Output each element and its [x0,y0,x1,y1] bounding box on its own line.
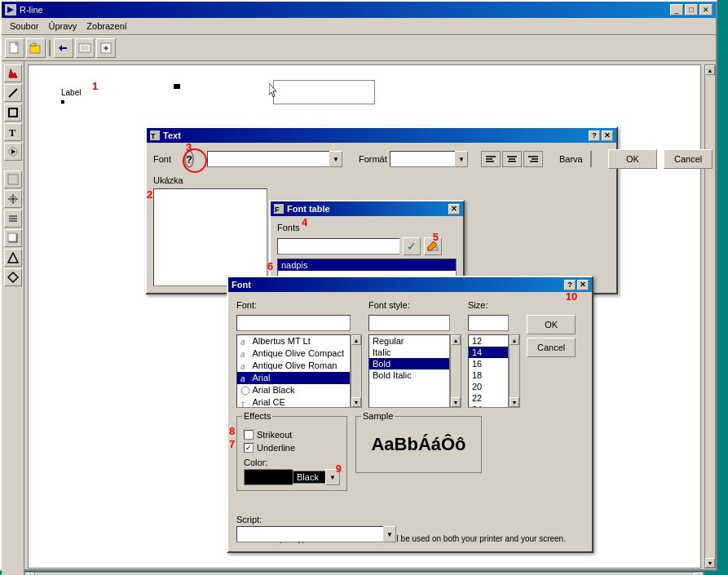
text-dialog-close[interactable]: ✕ [602,130,613,141]
toolbar-btn3[interactable] [54,38,73,58]
size-scrollbar[interactable]: ▲ ▼ [509,334,520,408]
style-scrollbar[interactable]: ▲ ▼ [450,334,461,408]
toolbar-open-btn[interactable] [26,38,46,58]
minimize-button[interactable]: _ [670,4,683,15]
bottom-scrollbar[interactable]: ◄ ► [24,572,704,575]
text-cancel-btn[interactable]: Cancel [664,149,713,169]
font-ok-btn[interactable]: OK [527,315,576,334]
menu-zobrazeni[interactable]: Zobrazení [82,20,132,33]
menu-bar: Soubor Úpravy Zobrazení [2,18,716,35]
left-btn-text[interactable]: T [4,123,22,141]
font-item-arial-black[interactable]: Arial Black [237,384,350,396]
style-bold[interactable]: Bold [369,358,449,369]
font-listbox[interactable]: a Albertus MT Lt a Antique Olive Compact… [236,334,351,408]
underline-row: ✓ Underline 7 [244,443,340,453]
canvas-dot [61,100,64,104]
canvas-input-field[interactable] [273,80,375,104]
script-section: Script: Central European ▼ [236,515,477,542]
font-list-item-nadpis[interactable]: nadpis [278,259,456,271]
font-item-antique-roman[interactable]: a Antique Olive Roman [237,360,350,372]
fonts-label: Fonts [277,223,300,232]
font-item-antique-compact[interactable]: a Antique Olive Compact [237,347,350,360]
text-dialog-title: T Text ? ✕ [147,128,616,143]
font-item-albertus[interactable]: a Albertus MT Lt [237,335,350,347]
svg-rect-4 [81,46,89,51]
left-btn-run[interactable] [4,143,22,161]
toolbar-new-btn[interactable] [5,38,24,58]
size-input[interactable]: 14 [468,315,509,331]
font-table-check-btn[interactable]: ✓ [403,237,421,255]
script-input[interactable]: Central European [236,526,383,542]
format-combo-arrow[interactable]: ▼ [455,151,468,167]
font-scroll-down[interactable]: ▼ [351,397,361,407]
font-item-arial[interactable]: a Arial [237,372,350,384]
style-regular[interactable]: Regular [369,335,449,347]
size-18[interactable]: 18 [469,369,508,381]
size-24[interactable]: 24 [469,404,508,408]
style-bold-italic[interactable]: Bold Italic [369,369,449,381]
left-btn-6[interactable] [4,190,22,208]
size-16[interactable]: 16 [469,358,508,369]
menu-soubor[interactable]: Soubor [5,20,43,33]
svg-text:a: a [240,374,245,383]
svg-point-40 [241,387,249,395]
maximize-button[interactable]: □ [685,4,698,15]
left-btn-10[interactable] [4,268,22,286]
style-input[interactable]: Bold [368,315,450,331]
font-scroll-up[interactable]: ▲ [351,335,361,345]
svg-text:F: F [275,206,280,214]
font-item-arial-ce[interactable]: T Arial CE [237,396,350,408]
menu-upravy[interactable]: Úpravy [43,20,82,33]
underline-checkbox[interactable]: ✓ [244,443,254,453]
close-button[interactable]: ✕ [699,4,713,15]
left-btn-8[interactable] [4,229,22,247]
size-14[interactable]: 14 [469,347,508,358]
format-combo[interactable]: None ▼ [390,151,468,167]
font-cancel-btn[interactable]: Cancel [527,338,576,357]
text-dialog-help[interactable]: ? [589,130,600,141]
badge-7: 7 [229,438,235,450]
font-name-input[interactable]: Arial [236,315,351,331]
toolbar-btn4[interactable] [75,38,95,58]
align-right-btn[interactable] [523,151,543,167]
scroll-down[interactable]: ▼ [705,558,715,568]
left-btn-7[interactable] [4,210,22,228]
font-table-input[interactable]: nadpis [277,238,399,254]
color-field-label: Color: [244,458,340,467]
size-20[interactable]: 20 [469,381,508,392]
font-dialog-close[interactable]: ✕ [577,280,589,290]
strikeout-label: Strikeout [257,430,292,440]
size-22[interactable]: 22 [469,392,508,404]
text-ok-btn[interactable]: OK [608,149,657,169]
align-left-btn[interactable] [481,151,501,167]
size-listbox[interactable]: 12 14 16 18 20 22 24 [468,334,509,408]
toolbar-btn5[interactable] [96,38,116,58]
script-combo-arrow[interactable]: ▼ [383,526,396,542]
underline-label: Underline [257,443,295,453]
color-dropdown[interactable]: Black ▼ 9 [244,469,340,485]
align-center-btn[interactable] [502,151,522,167]
right-scrollbar[interactable]: ▲ ▼ [704,64,716,568]
font-combo[interactable]: ▼ [207,151,342,167]
font-list-scrollbar[interactable]: ▲ ▼ [351,334,362,408]
format-combo-input[interactable]: None [390,151,455,167]
font-combo-arrow[interactable]: ▼ [329,151,342,167]
left-btn-arrow[interactable] [4,64,22,82]
font-table-title: F Font table ✕ [271,201,463,216]
left-btn-line[interactable] [4,84,22,102]
font-dialog-help[interactable]: ? [564,280,576,290]
scroll-up[interactable]: ▲ [705,65,715,75]
left-toolbar: T [2,61,24,575]
left-btn-9[interactable] [4,249,22,267]
strikeout-checkbox[interactable] [244,430,254,440]
font-label: Font [153,154,178,164]
svg-text:T: T [240,400,245,408]
left-btn-5[interactable] [4,170,22,188]
style-italic[interactable]: Italic [369,347,449,358]
style-listbox[interactable]: Regular Italic Bold Bold Italic [368,334,450,408]
font-table-close[interactable]: ✕ [448,204,460,215]
font-combo-input[interactable] [207,151,329,167]
script-combo[interactable]: Central European ▼ [236,526,477,542]
left-btn-rect[interactable] [4,104,22,122]
size-12[interactable]: 12 [469,335,508,347]
